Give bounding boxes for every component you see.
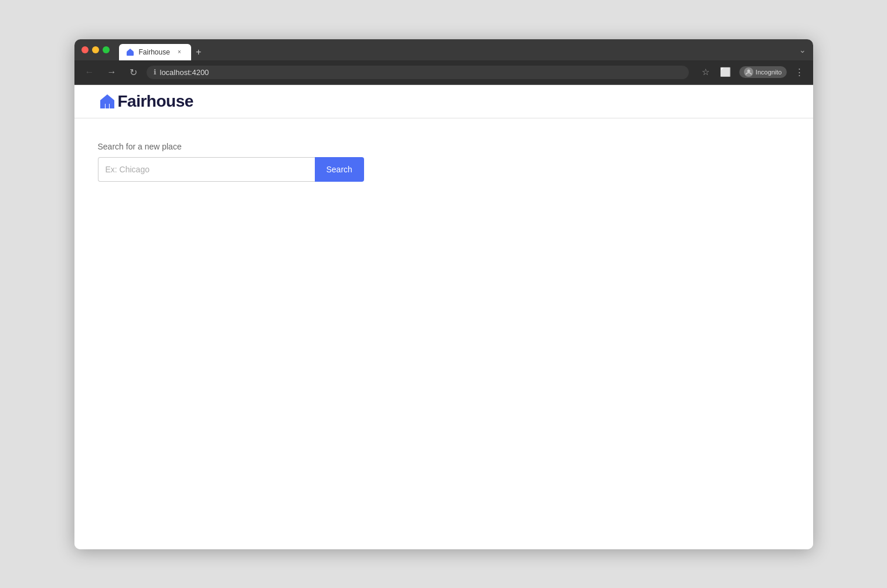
minimize-button[interactable] bbox=[92, 46, 99, 53]
traffic-lights bbox=[81, 46, 110, 53]
forward-button[interactable]: → bbox=[104, 64, 120, 80]
cast-button[interactable]: ⬜ bbox=[718, 64, 733, 80]
address-bar-input[interactable]: ℹ localhost:4200 bbox=[147, 66, 689, 79]
menu-button[interactable]: ⋮ bbox=[793, 64, 806, 80]
back-button[interactable]: ← bbox=[81, 64, 98, 80]
app-title: Fairhouse bbox=[118, 92, 193, 111]
search-label: Search for a new place bbox=[98, 142, 790, 151]
house-logo-icon bbox=[98, 92, 117, 111]
main-content: Search for a new place Search bbox=[74, 118, 813, 549]
incognito-icon bbox=[744, 67, 753, 77]
tab-close-icon[interactable]: × bbox=[175, 47, 184, 57]
svg-rect-0 bbox=[127, 52, 134, 56]
chevron-down-icon: ⌄ bbox=[799, 45, 806, 55]
browser-window: Fairhouse × + ⌄ ← → ↻ ℹ localhost:4200 ☆… bbox=[74, 39, 813, 549]
reload-button[interactable]: ↻ bbox=[126, 64, 141, 80]
window-controls-right: ⌄ bbox=[799, 45, 806, 55]
address-bar-actions: ☆ ⬜ Incognito ⋮ bbox=[699, 64, 806, 80]
address-url: localhost:4200 bbox=[160, 68, 209, 77]
bookmark-star-button[interactable]: ☆ bbox=[699, 64, 712, 80]
svg-rect-4 bbox=[106, 104, 109, 108]
title-bar: Fairhouse × + ⌄ bbox=[74, 39, 813, 60]
tab-favicon bbox=[126, 48, 134, 56]
address-info-icon: ℹ bbox=[154, 68, 157, 76]
search-row: Search bbox=[98, 157, 790, 182]
svg-marker-1 bbox=[127, 49, 134, 52]
active-tab[interactable]: Fairhouse × bbox=[119, 44, 191, 60]
search-input[interactable] bbox=[98, 157, 315, 182]
app-header: Fairhouse bbox=[74, 85, 813, 118]
maximize-button[interactable] bbox=[103, 46, 110, 53]
incognito-badge: Incognito bbox=[739, 66, 787, 78]
svg-point-2 bbox=[747, 70, 750, 73]
close-button[interactable] bbox=[81, 46, 89, 53]
app-logo: Fairhouse bbox=[98, 92, 193, 111]
address-bar: ← → ↻ ℹ localhost:4200 ☆ ⬜ Incognito ⋮ bbox=[74, 60, 813, 85]
search-button[interactable]: Search bbox=[315, 157, 364, 182]
tab-label: Fairhouse bbox=[139, 48, 170, 56]
tab-bar: Fairhouse × + bbox=[119, 39, 206, 60]
page-content: Fairhouse Search for a new place Search bbox=[74, 85, 813, 549]
new-tab-button[interactable]: + bbox=[191, 44, 206, 60]
incognito-label: Incognito bbox=[756, 69, 782, 76]
